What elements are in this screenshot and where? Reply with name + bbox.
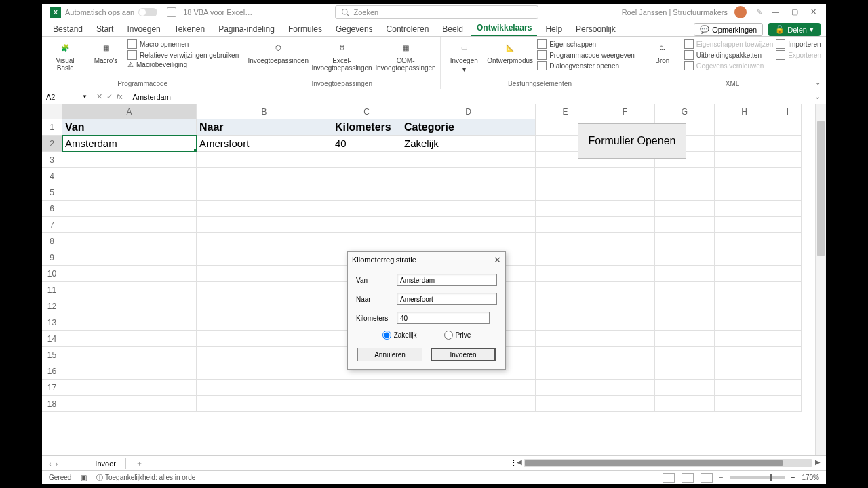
cell-B18[interactable] (197, 396, 332, 412)
cell-A10[interactable] (62, 266, 197, 282)
cell-B16[interactable] (197, 363, 332, 380)
cell-A3[interactable] (62, 152, 197, 168)
cell-H15[interactable] (715, 347, 774, 363)
tab-invoegen[interactable]: Invoegen (121, 22, 165, 36)
cell-E17[interactable] (536, 380, 595, 396)
cell-E12[interactable] (536, 298, 595, 314)
autosave-toggle[interactable]: Automatisch opslaan (65, 8, 157, 16)
cell-D5[interactable] (401, 184, 536, 201)
km-input[interactable] (397, 312, 490, 324)
cell-D4[interactable] (401, 168, 536, 184)
user-avatar-icon[interactable] (734, 6, 747, 18)
add-sheet-button[interactable]: ＋ (136, 458, 143, 468)
cell-H5[interactable] (715, 184, 774, 201)
cell-A9[interactable] (62, 249, 197, 266)
cell-F15[interactable] (595, 347, 655, 363)
cell-I14[interactable] (774, 331, 802, 347)
cell-I6[interactable] (774, 201, 802, 217)
minimize-icon[interactable]: — (772, 7, 779, 16)
row-header-8[interactable]: 8 (42, 233, 62, 249)
cell-I10[interactable] (774, 266, 802, 282)
cell-A17[interactable] (62, 380, 197, 396)
cell-F8[interactable] (595, 233, 655, 249)
macro-rec-icon[interactable]: ▣ (81, 474, 87, 481)
hscroll-left-icon[interactable]: ◀ (517, 458, 522, 466)
cell-G8[interactable] (655, 233, 715, 249)
cell-F14[interactable] (595, 331, 655, 347)
view-pagelayout-icon[interactable] (682, 473, 694, 483)
cell-D8[interactable] (401, 233, 536, 249)
maximize-icon[interactable]: ▢ (791, 7, 798, 16)
hscroll-right-icon[interactable]: ▶ (815, 458, 821, 466)
cell-D18[interactable] (401, 396, 536, 412)
radio-prive[interactable]: Prive (444, 331, 471, 340)
cell-B12[interactable] (197, 298, 332, 314)
tab-formules[interactable]: Formules (283, 22, 328, 36)
source-button[interactable]: 🗂Bron (644, 38, 682, 64)
row-header-12[interactable]: 12 (42, 298, 62, 314)
col-header-G[interactable]: G (655, 104, 715, 119)
cell-B14[interactable] (197, 331, 332, 347)
cell-G7[interactable] (655, 217, 715, 233)
cell-I5[interactable] (774, 184, 802, 201)
cell-I1[interactable] (774, 119, 802, 136)
row-header-16[interactable]: 16 (42, 363, 62, 380)
tab-bestand[interactable]: Bestand (47, 22, 88, 36)
cell-F17[interactable] (595, 380, 655, 396)
cell-D3[interactable] (401, 152, 536, 168)
col-header-F[interactable]: F (595, 104, 655, 119)
cell-C5[interactable] (332, 184, 401, 201)
cell-D1[interactable]: Categorie (401, 119, 536, 136)
scroll-thumb[interactable] (525, 460, 783, 466)
cell-G9[interactable] (655, 249, 715, 266)
cell-A11[interactable] (62, 282, 197, 298)
visual-basic-button[interactable]: 🧩Visual Basic (46, 38, 84, 72)
save-icon[interactable] (167, 7, 176, 17)
design-mode-button[interactable]: 📐Ontwerpmodus (486, 38, 534, 64)
cancel-formula-icon[interactable]: ✕ (96, 92, 102, 101)
cell-E10[interactable] (536, 266, 595, 282)
cell-H16[interactable] (715, 363, 774, 380)
cell-H6[interactable] (715, 201, 774, 217)
cell-H1[interactable] (715, 119, 774, 136)
cell-G16[interactable] (655, 363, 715, 380)
cell-H14[interactable] (715, 331, 774, 347)
cell-C18[interactable] (332, 396, 401, 412)
tab-start[interactable]: Start (91, 22, 119, 36)
cell-F10[interactable] (595, 266, 655, 282)
row-header-14[interactable]: 14 (42, 331, 62, 347)
fx-icon[interactable]: fx (117, 92, 123, 101)
cell-C6[interactable] (332, 201, 401, 217)
formula-input[interactable]: Amsterdam (127, 93, 809, 101)
row-header-1[interactable]: 1 (42, 119, 62, 136)
cell-B1[interactable]: Naar (197, 119, 332, 136)
row-header-3[interactable]: 3 (42, 152, 62, 168)
cell-B3[interactable] (197, 152, 332, 168)
cell-H8[interactable] (715, 233, 774, 249)
cell-B9[interactable] (197, 249, 332, 266)
cell-C1[interactable]: Kilometers (332, 119, 401, 136)
cell-B5[interactable] (197, 184, 332, 201)
cell-I17[interactable] (774, 380, 802, 396)
row-header-4[interactable]: 4 (42, 168, 62, 184)
formula-expand-icon[interactable]: ⌄ (809, 92, 826, 101)
col-header-B[interactable]: B (197, 104, 332, 119)
cell-B4[interactable] (197, 168, 332, 184)
cell-G4[interactable] (655, 168, 715, 184)
cell-A8[interactable] (62, 233, 197, 249)
cell-E13[interactable] (536, 314, 595, 331)
cell-I15[interactable] (774, 347, 802, 363)
cell-A18[interactable] (62, 396, 197, 412)
cell-A5[interactable] (62, 184, 197, 201)
cell-F5[interactable] (595, 184, 655, 201)
zoom-slider[interactable] (730, 476, 785, 479)
cell-I3[interactable] (774, 152, 802, 168)
cell-A1[interactable]: Van (62, 119, 197, 136)
cell-D2[interactable]: Zakelijk (401, 136, 536, 152)
row-header-15[interactable]: 15 (42, 347, 62, 363)
tab-persoonlijk[interactable]: Persoonlijk (570, 22, 621, 36)
cell-C2[interactable]: 40 (332, 136, 401, 152)
cell-B13[interactable] (197, 314, 332, 331)
row-header-11[interactable]: 11 (42, 282, 62, 298)
scroll-thumb[interactable] (817, 121, 825, 256)
